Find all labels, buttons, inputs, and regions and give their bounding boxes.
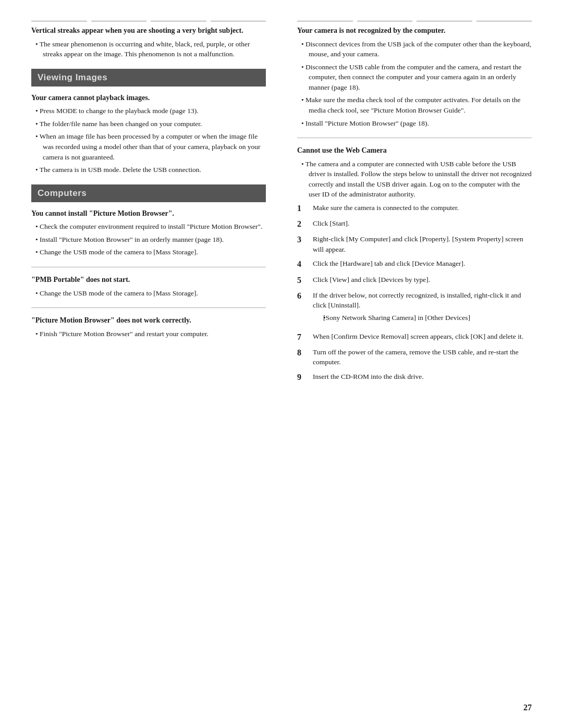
bullet-item: Disconnect the USB cable from the comput… [301, 62, 532, 93]
web-camera-steps: 1 Make sure the camera is connected to t… [297, 203, 532, 383]
section-divider [31, 267, 266, 267]
bullet-item: Finish "Picture Motion Browser" and rest… [35, 329, 266, 339]
step-text: Right-click [My Computer] and click [Pro… [313, 234, 532, 254]
vertical-streaks-title: Vertical streaks appear when you are sho… [31, 26, 266, 36]
step-9: 9 Insert the CD-ROM into the disk drive. [297, 372, 532, 383]
step-number: 7 [297, 331, 310, 343]
bullet-item: The camera is in USB mode. Delete the US… [35, 165, 266, 175]
step-text: Click [Start]. [313, 218, 532, 229]
bullet-item: When an image file has been processed by… [35, 131, 266, 162]
step-number: 9 [297, 371, 310, 383]
section-pmb-portable: "PMB Portable" does not start. Change th… [31, 275, 266, 298]
bullet-item: The camera and a computer are connected … [301, 159, 532, 200]
pmb-portable-bullets: Change the USB mode of the camera to [Ma… [31, 288, 266, 299]
step-text: Insert the CD-ROM into the disk drive. [313, 372, 532, 382]
pmb-portable-title: "PMB Portable" does not start. [31, 275, 266, 285]
camera-not-recognized-title: Your camera is not recognized by the com… [297, 26, 532, 36]
section-camera-playback: Your camera cannot playback images. Pres… [31, 93, 266, 175]
page-number: 27 [523, 703, 532, 712]
bullet-item: Check the computer environment required … [35, 221, 266, 232]
step-6: 6 If the driver below, not correctly rec… [297, 290, 532, 327]
vertical-streaks-bullets: The smear phenomenon is occurring and wh… [31, 39, 266, 59]
bullet-item: Change the USB mode of the camera to [Ma… [35, 247, 266, 257]
section-camera-not-recognized: Your camera is not recognized by the com… [297, 21, 532, 128]
banner-viewing-images: Viewing Images [31, 69, 266, 87]
section-web-camera: Cannot use the Web Camera The camera and… [297, 145, 532, 383]
pmb-not-working-bullets: Finish "Picture Motion Browser" and rest… [31, 329, 266, 339]
banner-computers: Computers [31, 184, 266, 202]
step-text: Click the [Hardware] tab and click [Devi… [313, 258, 532, 269]
step-8: 8 Turn off the power of the camera, remo… [297, 347, 532, 367]
step-text: Turn off the power of the camera, remove… [313, 347, 532, 367]
step-5: 5 Click [View] and click [Devices by typ… [297, 275, 532, 286]
bullet-item: Install "Picture Motion Browser" (page 1… [301, 118, 532, 129]
step-7: 7 When [Confirm Device Removal] screen a… [297, 331, 532, 343]
sub-bullet-item: [Sony Network Sharing Camera] in [Other … [323, 313, 532, 323]
camera-playback-bullets: Press MODE to change to the playback mod… [31, 106, 266, 175]
bullet-item: Make sure the media check tool of the co… [301, 95, 532, 115]
web-camera-intro-bullets: The camera and a computer are connected … [297, 159, 532, 200]
step-4: 4 Click the [Hardware] tab and click [De… [297, 258, 532, 270]
section-pmb-not-working: "Picture Motion Browser" does not work c… [31, 315, 266, 339]
step-number: 6 [297, 290, 310, 302]
top-divider-lines [31, 21, 266, 21]
bullet-item: The folder/file name has been changed on… [35, 119, 266, 129]
step-number: 5 [297, 274, 310, 286]
bullet-item: Change the USB mode of the camera to [Ma… [35, 288, 266, 299]
step-6-subbullets: [Sony Network Sharing Camera] in [Other … [313, 313, 532, 323]
step-2: 2 Click [Start]. [297, 218, 532, 230]
section-vertical-streaks: Vertical streaks appear when you are sho… [31, 21, 266, 59]
left-column: Vertical streaks appear when you are sho… [31, 21, 271, 392]
section-cannot-install: You cannot install "Picture Motion Brows… [31, 208, 266, 257]
step-text: Click [View] and click [Devices by type]… [313, 275, 532, 285]
step-text: When [Confirm Device Removal] screen app… [313, 331, 532, 342]
camera-playback-title: Your camera cannot playback images. [31, 93, 266, 103]
step-number: 8 [297, 347, 310, 359]
cannot-install-title: You cannot install "Picture Motion Brows… [31, 208, 266, 219]
step-text: Make sure the camera is connected to the… [313, 203, 532, 213]
section-divider [297, 138, 532, 138]
top-divider-lines [297, 21, 532, 21]
step-number: 2 [297, 218, 310, 230]
web-camera-title: Cannot use the Web Camera [297, 145, 532, 156]
camera-not-recognized-bullets: Disconnect devices from the USB jack of … [297, 39, 532, 129]
bullet-item: Install "Picture Motion Browser" in an o… [35, 235, 266, 245]
step-number: 3 [297, 233, 310, 245]
bullet-item: Press MODE to change to the playback mod… [35, 106, 266, 116]
section-divider [31, 307, 266, 308]
step-1: 1 Make sure the camera is connected to t… [297, 203, 532, 214]
step-number: 4 [297, 258, 310, 270]
right-column: Your camera is not recognized by the com… [292, 21, 532, 392]
step-3: 3 Right-click [My Computer] and click [P… [297, 234, 532, 254]
step-text: If the driver below, not correctly recog… [313, 290, 532, 327]
pmb-not-working-title: "Picture Motion Browser" does not work c… [31, 315, 266, 326]
cannot-install-bullets: Check the computer environment required … [31, 221, 266, 257]
bullet-item: The smear phenomenon is occurring and wh… [35, 39, 266, 59]
step-number: 1 [297, 202, 310, 214]
bullet-item: Disconnect devices from the USB jack of … [301, 39, 532, 59]
